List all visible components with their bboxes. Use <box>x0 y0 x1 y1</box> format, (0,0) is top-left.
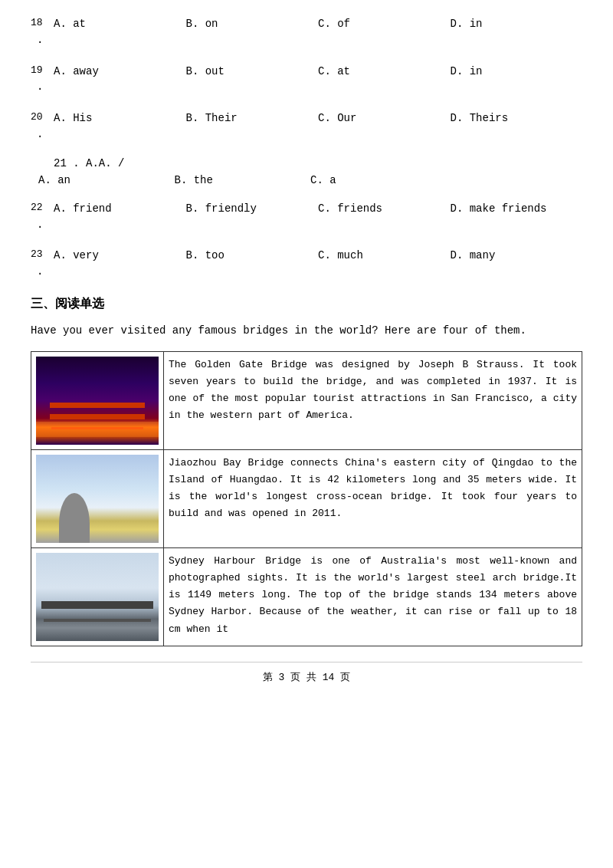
q19-options: A. away B. out C. at D. in <box>54 63 582 80</box>
q18-options: A. at B. on C. of D. in <box>54 15 582 32</box>
q22-number: 22. <box>31 200 54 234</box>
q22-option-b[interactable]: B. friendly <box>186 200 319 217</box>
q20-option-c[interactable]: C. Our <box>318 110 451 127</box>
q23-option-c[interactable]: C. much <box>318 247 451 264</box>
question-22: 22. A. friend B. friendly C. friends D. … <box>31 200 582 234</box>
q22-option-d[interactable]: D. make friends <box>451 200 583 217</box>
q18-option-d[interactable]: D. in <box>451 15 583 32</box>
bridge-row-3: Sydney Harbour Bridge is one of Australi… <box>31 548 582 646</box>
q22-options: A. friend B. friendly C. friends D. make… <box>54 200 582 217</box>
q18-option-a[interactable]: A. at <box>54 15 186 32</box>
q23-option-d[interactable]: D. many <box>451 247 583 264</box>
q21-option-d <box>447 174 583 186</box>
bridge-row-2: Jiaozhou Bay Bridge connects China's eas… <box>31 450 582 548</box>
q20-option-a[interactable]: A. His <box>54 110 186 127</box>
q22-option-c[interactable]: C. friends <box>318 200 451 217</box>
q22-option-a[interactable]: A. friend <box>54 200 186 217</box>
q18-number: 18. <box>31 15 54 49</box>
bridge-image-1 <box>31 352 164 450</box>
q20-options: A. His B. Their C. Our D. Theirs <box>54 110 582 127</box>
q23-option-b[interactable]: B. too <box>186 247 319 264</box>
q23-option-a[interactable]: A. very <box>54 247 186 264</box>
q20-number: 20. <box>31 110 54 143</box>
question-19: 19. A. away B. out C. at D. in <box>31 63 582 97</box>
bridge-text-2: Jiaozhou Bay Bridge connects China's eas… <box>164 450 582 548</box>
golden-gate-image <box>36 357 159 445</box>
q18-option-b[interactable]: B. on <box>186 15 319 32</box>
q21-label: 21 . A.A. / <box>54 157 582 169</box>
question-20: 20. A. His B. Their C. Our D. Theirs <box>31 110 582 143</box>
bridge-image-2 <box>31 450 164 548</box>
q19-number: 19. <box>31 63 54 97</box>
q21-options: A. an B. the C. a <box>31 174 582 186</box>
reading-intro: Have you ever visited any famous bridges… <box>31 321 582 340</box>
bridge-text-3: Sydney Harbour Bridge is one of Australi… <box>164 548 582 646</box>
q19-option-c[interactable]: C. at <box>318 63 451 80</box>
q23-number: 23. <box>31 247 54 281</box>
q20-option-d[interactable]: D. Theirs <box>451 110 583 127</box>
question-23: 23. A. very B. too C. much D. many <box>31 247 582 281</box>
q19-option-d[interactable]: D. in <box>451 63 583 80</box>
sydney-image <box>36 553 159 641</box>
q20-option-b[interactable]: B. Their <box>186 110 319 127</box>
q18-option-c[interactable]: C. of <box>318 15 451 32</box>
q23-options: A. very B. too C. much D. many <box>54 247 582 264</box>
bridge-row-1: The Golden Gate Bridge was designed by J… <box>31 352 582 450</box>
q19-option-b[interactable]: B. out <box>186 63 319 80</box>
bridge-image-3 <box>31 548 164 646</box>
q21-option-a[interactable]: A. an <box>38 174 175 186</box>
q19-option-a[interactable]: A. away <box>54 63 186 80</box>
bridge-table: The Golden Gate Bridge was designed by J… <box>31 351 582 646</box>
q21-option-c[interactable]: C. a <box>310 174 447 186</box>
question-21: 21 . A.A. / A. an B. the C. a <box>31 157 582 186</box>
page-footer: 第 3 页 共 14 页 <box>31 662 582 684</box>
bridge-text-1: The Golden Gate Bridge was designed by J… <box>164 352 582 450</box>
q21-option-b[interactable]: B. the <box>175 174 311 186</box>
question-18: 18. A. at B. on C. of D. in <box>31 15 582 49</box>
section3-title: 三、阅读单选 <box>31 296 582 312</box>
jiaozhou-image <box>36 455 159 543</box>
page-number: 第 3 页 共 14 页 <box>263 672 350 683</box>
